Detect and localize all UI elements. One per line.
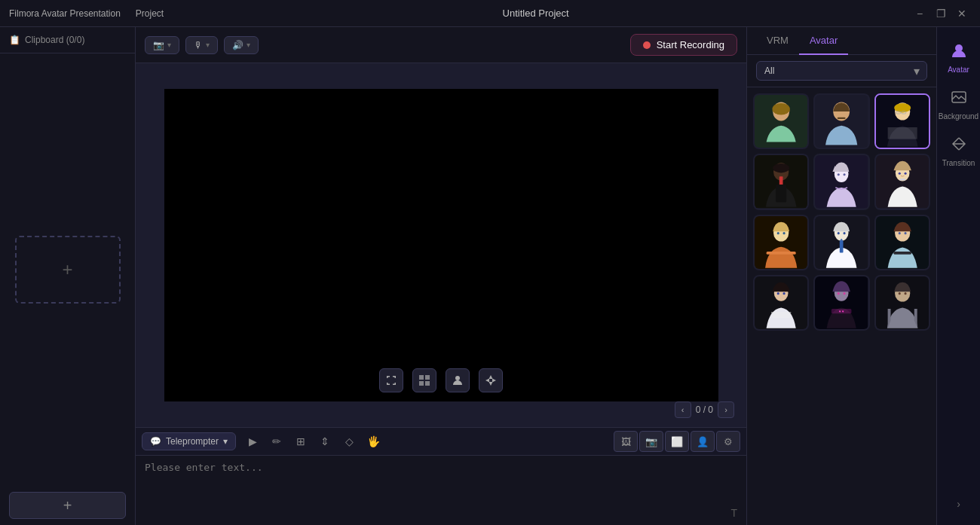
avatar-card[interactable] bbox=[753, 215, 809, 270]
side-transition-button[interactable]: Transition bbox=[941, 130, 977, 173]
camera-icon: 📷 bbox=[153, 40, 164, 50]
arrow-button[interactable] bbox=[479, 368, 503, 392]
side-background-button[interactable]: Background bbox=[941, 83, 977, 127]
svg-text:♥ ♥: ♥ ♥ bbox=[839, 310, 844, 313]
filter-bar: All Female Male Anime bbox=[747, 55, 936, 87]
mic-arrow: ▾ bbox=[206, 41, 210, 49]
avatar-card[interactable] bbox=[753, 275, 809, 331]
teleprompter-label-text: Teleprompter bbox=[166, 436, 219, 447]
play-button[interactable]: ▶ bbox=[242, 431, 263, 452]
panel-expand-button[interactable]: › bbox=[941, 492, 977, 516]
filter-select[interactable]: All Female Male Anime bbox=[756, 61, 927, 81]
bottom-bar: 💬 Teleprompter ▾ ▶ ✏ ⊞ ⇕ ◇ 🖐 🖼 📷 ⬜ 👤 ⚙ bbox=[136, 427, 746, 525]
avatar-figure bbox=[755, 95, 807, 148]
avatar-figure: ♥ ♥ bbox=[815, 276, 868, 329]
canvas-wrapper: ‹ 0 / 0 › bbox=[136, 63, 746, 427]
side-avatar-button[interactable]: Avatar bbox=[941, 36, 977, 80]
right-panel: VRM Avatar All Female Male Anime bbox=[746, 27, 980, 525]
svg-rect-27 bbox=[899, 179, 905, 181]
microphone-button[interactable]: 🎙 ▾ bbox=[185, 36, 218, 54]
avatar-figure bbox=[876, 276, 929, 329]
add-slide-button[interactable]: + bbox=[9, 492, 126, 519]
avatar-card[interactable] bbox=[753, 93, 809, 149]
avatar-panel: VRM Avatar All Female Male Anime bbox=[747, 27, 936, 525]
transition-side-label: Transition bbox=[942, 159, 975, 167]
layout-button[interactable] bbox=[412, 368, 436, 392]
start-recording-button[interactable]: Start Recording bbox=[630, 34, 737, 56]
record-indicator bbox=[643, 41, 651, 49]
avatar-figure bbox=[815, 155, 868, 208]
avatar-figure bbox=[755, 216, 807, 269]
maximize-button[interactable]: ❐ bbox=[932, 5, 950, 23]
avatar-side-label: Avatar bbox=[948, 66, 969, 74]
screen-tp-button[interactable]: ⬜ bbox=[665, 431, 689, 452]
tab-vrm[interactable]: VRM bbox=[756, 27, 799, 55]
page-indicator: 0 / 0 bbox=[696, 404, 713, 415]
speaker-arrow: ▾ bbox=[247, 41, 250, 49]
image-tp-button[interactable]: 🖼 bbox=[614, 431, 638, 452]
fit-screen-button[interactable] bbox=[379, 368, 403, 392]
svg-rect-17 bbox=[779, 176, 783, 185]
teleprompter-dropdown[interactable]: 💬 Teleprompter ▾ bbox=[142, 432, 236, 450]
svg-rect-18 bbox=[776, 185, 786, 202]
left-sidebar: 📋 Clipboard (0/0) + + bbox=[0, 27, 136, 525]
tab-avatar[interactable]: Avatar bbox=[799, 27, 848, 55]
page-prev-button[interactable]: ‹ bbox=[675, 401, 691, 418]
start-recording-label: Start Recording bbox=[657, 39, 724, 50]
avatar-figure bbox=[755, 276, 807, 329]
speaker-button[interactable]: 🔊 ▾ bbox=[224, 36, 259, 54]
svg-point-41 bbox=[904, 232, 906, 234]
avatar-card[interactable] bbox=[813, 215, 869, 270]
avatar-card[interactable] bbox=[874, 93, 930, 149]
svg-point-46 bbox=[783, 292, 786, 295]
avatar-card[interactable] bbox=[753, 154, 809, 209]
avatar-figure bbox=[876, 216, 929, 269]
hand-button[interactable]: 🖐 bbox=[363, 431, 384, 452]
avatar-card[interactable] bbox=[813, 154, 869, 209]
clipboard-icon: 📋 bbox=[9, 35, 20, 45]
text-indicator: T bbox=[730, 507, 737, 519]
svg-rect-13 bbox=[887, 127, 917, 139]
canvas-stage[interactable] bbox=[164, 89, 718, 401]
app-title: Filmora Avatar Presentation bbox=[9, 8, 121, 19]
teleprompter-toolbar: 💬 Teleprompter ▾ ▶ ✏ ⊞ ⇕ ◇ 🖐 🖼 📷 ⬜ 👤 ⚙ bbox=[136, 428, 746, 456]
add-slide-placeholder[interactable]: + bbox=[15, 236, 121, 304]
person-tp-button[interactable]: 👤 bbox=[691, 431, 715, 452]
camera-button[interactable]: 📷 ▾ bbox=[145, 36, 179, 54]
avatar-card[interactable] bbox=[874, 215, 930, 270]
close-button[interactable]: ✕ bbox=[953, 5, 971, 23]
background-side-icon bbox=[951, 89, 967, 109]
camera-arrow: ▾ bbox=[167, 41, 171, 49]
microphone-icon: 🎙 bbox=[194, 40, 203, 50]
clipboard-header: 📋 Clipboard (0/0) bbox=[0, 27, 135, 53]
page-next-button[interactable]: › bbox=[718, 401, 734, 418]
svg-point-16 bbox=[773, 163, 789, 173]
side-icons: Avatar Background Transition bbox=[936, 27, 980, 525]
diamond-button[interactable]: ◇ bbox=[338, 431, 360, 452]
toolbar: 📷 ▾ 🎙 ▾ 🔊 ▾ Start Recording bbox=[136, 27, 746, 63]
grid-tp-button[interactable]: ⊞ bbox=[290, 431, 311, 452]
camera-tp-button[interactable]: 📷 bbox=[639, 431, 663, 452]
pen-button[interactable]: ✏ bbox=[266, 431, 287, 452]
settings-tp-button[interactable]: ⚙ bbox=[716, 431, 740, 452]
avatar-card[interactable] bbox=[813, 93, 869, 149]
clipboard-label: Clipboard (0/0) bbox=[25, 35, 84, 45]
minimize-button[interactable]: − bbox=[911, 5, 929, 23]
title-bar: Filmora Avatar Presentation Project Unti… bbox=[0, 0, 980, 27]
person-button[interactable] bbox=[446, 368, 470, 392]
add-icon: + bbox=[63, 497, 72, 514]
svg-point-26 bbox=[904, 172, 906, 175]
avatar-card[interactable] bbox=[874, 275, 930, 331]
svg-point-50 bbox=[844, 292, 846, 295]
avatar-card[interactable] bbox=[874, 154, 930, 209]
resize-button[interactable]: ⇕ bbox=[314, 431, 335, 452]
teleprompter-input[interactable] bbox=[136, 456, 746, 525]
avatar-card[interactable]: ♥ ♥ bbox=[813, 275, 869, 331]
plus-icon: + bbox=[62, 259, 72, 280]
background-side-label: Background bbox=[939, 112, 978, 121]
avatar-figure bbox=[876, 155, 929, 208]
clipboard-zone: + bbox=[0, 53, 135, 486]
speaker-icon: 🔊 bbox=[232, 40, 243, 50]
avatar-figure bbox=[815, 95, 868, 148]
project-menu[interactable]: Project bbox=[136, 8, 164, 19]
